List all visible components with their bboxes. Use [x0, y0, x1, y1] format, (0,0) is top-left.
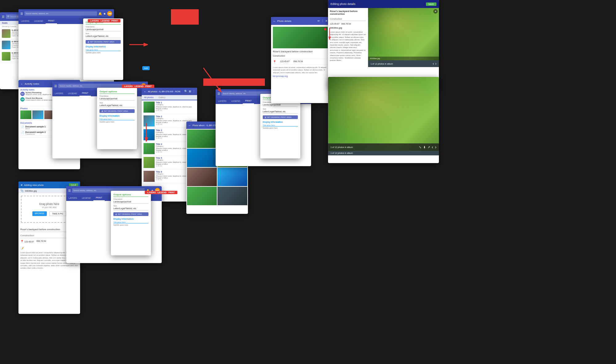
- doc-icon: 📄: [20, 126, 24, 129]
- menu-icon[interactable]: ☰: [54, 84, 57, 88]
- tab-print[interactable]: PRINT: [79, 90, 91, 96]
- tab-layers[interactable]: LAYERS: [66, 195, 79, 201]
- notification-icon[interactable]: 🔔: [98, 12, 102, 15]
- doc-icon: 📄: [20, 131, 24, 134]
- back-icon[interactable]: ←: [273, 19, 276, 23]
- tab-layers[interactable]: LAYERS: [216, 98, 229, 104]
- orientation-value: Landscape/portrait: [99, 97, 135, 101]
- edit-icon[interactable]: ✏: [318, 19, 320, 22]
- orientation-value: Landscape/portrait: [86, 28, 121, 31]
- search-icon[interactable]: 🔍: [184, 90, 188, 93]
- svg-line-5: [203, 68, 220, 91]
- print-icon: 🖨: [265, 116, 266, 118]
- nav-next-btn[interactable]: ›: [435, 62, 436, 66]
- menu-icon[interactable]: ☰: [20, 12, 23, 15]
- photo-title: Title 2: [156, 115, 195, 118]
- photo-desc: Aliquam lorem ante, dapibus in, viverra …: [156, 106, 195, 110]
- tab-layers[interactable]: LAYERS: [52, 90, 66, 96]
- red-shape-1: [171, 9, 199, 25]
- album-photo[interactable]: [187, 168, 217, 186]
- display-info-title: Display information: [99, 115, 135, 117]
- search-bar[interactable]: Search nearby, address, etc.: [58, 84, 131, 88]
- menu-icon[interactable]: ☰: [68, 189, 71, 192]
- orientation-value: Landscape/portrait: [263, 103, 298, 107]
- print-btn-label: SET DRAWING PRINT AREA: [90, 41, 114, 43]
- photo-cat: Category: [156, 104, 195, 106]
- forest-nav-bar: 1 of 12 photos in album ⤡ ⬇ ↗ ‹ ›: [328, 143, 439, 151]
- ep-filename-label: 00039ex.jpg: [330, 27, 366, 29]
- share-icon[interactable]: ↗: [428, 146, 430, 149]
- tab-all-photos[interactable]: All photos: [142, 95, 156, 100]
- photos-header: All photos - IL-BR-078.000 - ROW: [148, 90, 183, 93]
- menu-icon[interactable]: ☰: [2, 15, 5, 18]
- pd-name-value: Rose's backyard before construction: [273, 50, 328, 53]
- user-avatar[interactable]: HM: [107, 11, 112, 16]
- tab-legend[interactable]: LEGEND: [79, 195, 93, 201]
- ep-save-btn[interactable]: SAVE: [426, 2, 436, 6]
- options-icon[interactable]: ⋮: [321, 19, 324, 22]
- search-icon: 🔍: [7, 15, 10, 18]
- tab-legend[interactable]: LEGEND: [32, 18, 46, 24]
- album-photo[interactable]: [217, 187, 247, 205]
- close-preview-btn[interactable]: ✕: [433, 9, 438, 14]
- pd-thumbnail: [273, 27, 328, 48]
- print-icon: 🖨: [115, 213, 117, 215]
- album-photo[interactable]: [187, 130, 217, 148]
- pd-coords: 📍 123.45.67 098.76.54: [273, 60, 328, 63]
- close-icon[interactable]: ✕: [325, 19, 328, 22]
- close-icon[interactable]: ✕: [20, 183, 23, 187]
- tab-print[interactable]: PRINT: [46, 18, 57, 24]
- output-panel-3: Output options Orientation Landscape/por…: [260, 94, 300, 158]
- output-panel-2: Output options Orientation Landscape/por…: [97, 88, 137, 149]
- tab-layers[interactable]: LAYERS: [18, 18, 32, 24]
- ep-photo-preview: ✕ 00039ex.jpg: [368, 8, 439, 60]
- output-panel-4: Output options Orientation Landscape/por…: [111, 191, 151, 255]
- size-value: Letter/Legal/Tabloid, etc.: [113, 207, 148, 210]
- output-section-title: Output options: [99, 90, 135, 94]
- arrow-connector-2: [140, 123, 152, 142]
- tab-print[interactable]: PRINT: [243, 98, 254, 104]
- nav-next-icon[interactable]: ›: [435, 145, 436, 150]
- filter-icon[interactable]: ⊞: [189, 90, 191, 93]
- expand-icon[interactable]: ⤡: [419, 146, 421, 149]
- album-photo[interactable]: [217, 168, 247, 186]
- photo-filename: 00039ex.jpg: [368, 57, 439, 60]
- star-icon[interactable]: ★: [103, 12, 106, 15]
- tab-legend[interactable]: LEGEND: [66, 90, 79, 96]
- title-field[interactable]: Title goes here: [263, 124, 298, 126]
- print-area-btn[interactable]: 🖨 SET DRAWING PRINT AREA: [86, 40, 121, 44]
- back-icon[interactable]: ←: [188, 124, 191, 127]
- photo-title: Title 1: [156, 102, 195, 104]
- tab-legend[interactable]: LEGEND: [229, 98, 243, 104]
- print-area-btn[interactable]: 🖨 SET DRAWING PRINT AREA: [263, 115, 298, 119]
- print-area-btn[interactable]: 🖨 SET DRAWING PRINT AREA: [113, 212, 148, 216]
- photo-row[interactable]: Title 1 Category Aliquam lorem ante, dap…: [142, 100, 197, 114]
- back-icon[interactable]: ←: [20, 82, 23, 86]
- forest-album-label: 1 of 12 photos in album: [330, 152, 353, 154]
- title-field[interactable]: Title goes here: [99, 118, 135, 120]
- album-photo[interactable]: [187, 149, 217, 167]
- options-icon[interactable]: ⋮: [192, 90, 195, 93]
- pd-category-field: Construction: [273, 55, 328, 57]
- title-field[interactable]: Title goes here: [113, 221, 148, 223]
- forest-image-panel: 1 of 12 photos in album ⤡ ⬇ ↗ ‹ › 1 of 1…: [328, 77, 439, 163]
- lng-value: 098.76.54: [293, 60, 303, 63]
- subtitle-field: Subtitle goes here: [113, 224, 148, 226]
- browse-button[interactable]: BROWSE: [32, 211, 47, 216]
- file-icon: 📎: [20, 189, 24, 192]
- tab-print[interactable]: PRINT: [93, 195, 105, 201]
- print-icon: 🖨: [101, 110, 103, 112]
- pd-link[interactable]: bit.ly/mmap.org: [273, 75, 328, 77]
- album-photo[interactable]: [187, 187, 217, 205]
- tab-gallery[interactable]: Gallery: [156, 95, 168, 100]
- back-icon[interactable]: ←: [144, 90, 147, 93]
- take-pic-button[interactable]: TAKE A PIC: [49, 211, 66, 216]
- nav-prev-icon[interactable]: ‹: [432, 145, 433, 150]
- download-icon[interactable]: ⬇: [423, 146, 426, 149]
- lat-value: 123.45.67: [280, 60, 290, 63]
- ep-category[interactable]: Construction: [330, 17, 366, 21]
- nav-prev-btn[interactable]: ‹: [433, 62, 434, 66]
- print-area-btn[interactable]: 🖨 SET DRAWING PRINT AREA: [99, 109, 135, 113]
- search-bar[interactable]: Search nearby, address, etc.: [24, 11, 97, 16]
- title-field[interactable]: Title goes here: [86, 49, 121, 51]
